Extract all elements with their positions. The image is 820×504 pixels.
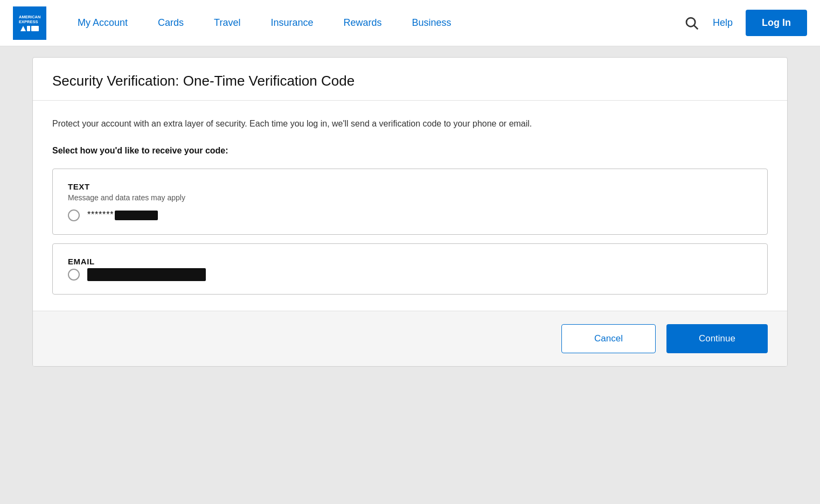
svg-line-7 <box>694 25 698 29</box>
phone-redacted-block <box>115 211 158 220</box>
email-radio-row <box>68 268 752 281</box>
email-radio-button[interactable] <box>68 269 80 281</box>
svg-rect-4 <box>27 26 30 31</box>
email-redacted-block <box>87 268 206 281</box>
card-body: Protect your account with an extra layer… <box>33 101 787 311</box>
svg-rect-5 <box>31 26 39 31</box>
amex-logo[interactable]: AMERICAN EXPRESS <box>13 6 46 40</box>
masked-phone-number: ******* <box>87 210 158 220</box>
svg-point-6 <box>686 18 695 26</box>
text-radio-row: ******* <box>68 209 752 221</box>
login-button[interactable]: Log In <box>746 10 807 36</box>
verification-card: Security Verification: One-Time Verifica… <box>32 57 788 367</box>
help-link[interactable]: Help <box>713 17 733 29</box>
nav-rewards[interactable]: Rewards <box>328 17 397 29</box>
page-title: Security Verification: One-Time Verifica… <box>52 73 768 89</box>
description-text: Protect your account with an extra layer… <box>52 117 768 131</box>
nav-links: My Account Cards Travel Insurance Reward… <box>62 17 684 29</box>
cancel-button[interactable]: Cancel <box>561 324 656 353</box>
text-radio-button[interactable] <box>68 209 80 221</box>
navbar: AMERICAN EXPRESS My Account Cards Travel… <box>0 0 820 46</box>
nav-cards[interactable]: Cards <box>143 17 199 29</box>
nav-insurance[interactable]: Insurance <box>255 17 328 29</box>
card-footer: Cancel Continue <box>33 311 787 366</box>
nav-travel[interactable]: Travel <box>199 17 255 29</box>
email-option-label: EMAIL <box>68 257 752 266</box>
card-header: Security Verification: One-Time Verifica… <box>33 58 787 101</box>
main-wrapper: Security Verification: One-Time Verifica… <box>0 46 820 377</box>
nav-my-account[interactable]: My Account <box>62 17 143 29</box>
continue-button[interactable]: Continue <box>666 324 768 353</box>
svg-text:AMERICAN: AMERICAN <box>19 15 40 19</box>
email-option-box[interactable]: EMAIL <box>52 243 768 295</box>
navbar-right: Help Log In <box>684 10 807 36</box>
text-option-box[interactable]: TEXT Message and data rates may apply **… <box>52 169 768 235</box>
text-option-note: Message and data rates may apply <box>68 193 752 202</box>
svg-text:EXPRESS: EXPRESS <box>19 19 38 24</box>
text-option-label: TEXT <box>68 182 752 191</box>
select-label: Select how you'd like to receive your co… <box>52 146 768 156</box>
search-button[interactable] <box>684 15 700 31</box>
nav-business[interactable]: Business <box>397 17 467 29</box>
